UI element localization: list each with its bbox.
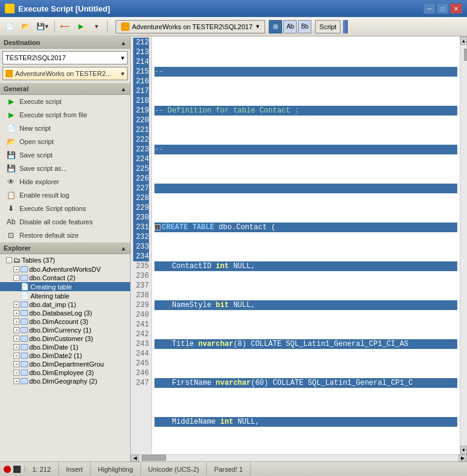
save-icon: 💾 bbox=[6, 150, 16, 160]
save-script-as-item[interactable]: 💾 Save script as... bbox=[0, 162, 130, 175]
dimemployee-expand[interactable]: + bbox=[13, 370, 19, 376]
tree-item-dimgeography[interactable]: + dbo.DimGeography (2) bbox=[0, 377, 130, 385]
dimcustomer-expand[interactable]: + bbox=[13, 336, 19, 342]
tree-item-databaselog[interactable]: + dbo.DatabaseLog (3) bbox=[0, 309, 130, 317]
general-toggle[interactable]: ▲ bbox=[120, 86, 126, 92]
scroll-thumb[interactable] bbox=[464, 49, 468, 61]
explorer-tree: - 🗂 Tables (37) + dbo.AdventureWorksDV -… bbox=[0, 254, 130, 387]
dimgeography-expand[interactable]: + bbox=[13, 378, 19, 384]
doc-icon-creating: 📄 bbox=[21, 283, 29, 291]
scroll-up-arrow[interactable]: ▲ bbox=[460, 36, 467, 45]
destination-header[interactable]: Destination ▲ bbox=[0, 36, 130, 49]
dat-imp-expand[interactable]: + bbox=[13, 302, 19, 308]
execute-options-item[interactable]: ⬇ Execute Script options bbox=[0, 202, 130, 215]
expand-216[interactable]: - bbox=[154, 224, 161, 230]
options-arrow[interactable]: ▾ bbox=[89, 19, 104, 34]
execute-script-item[interactable]: ▶ Execute script bbox=[0, 95, 130, 108]
script-label: Script bbox=[315, 20, 341, 33]
enable-result-log-item[interactable]: 📋 Enable result log bbox=[0, 188, 130, 202]
database-dropdown[interactable]: AdventureWorks on TESTER2... ▾ bbox=[2, 67, 128, 80]
tree-item-dimcurrency[interactable]: + dbo.DimCurrency (1) bbox=[0, 326, 130, 334]
code-content[interactable]: -- -- Definition for table Contact : -- … bbox=[152, 36, 460, 454]
tree-item-altering-table[interactable]: 📄 Altering table bbox=[0, 291, 130, 300]
window-controls[interactable]: ─ □ ✕ bbox=[423, 3, 462, 14]
vertical-scrollbar[interactable]: ▲ ▼ bbox=[460, 36, 467, 454]
stop-button[interactable] bbox=[13, 466, 21, 473]
cursor-position-value: 1: 212 bbox=[32, 466, 51, 473]
general-label: General bbox=[4, 85, 29, 92]
save-script-item[interactable]: 💾 Save script bbox=[0, 148, 130, 162]
destination-toggle[interactable]: ▲ bbox=[120, 40, 126, 46]
scroll-down-arrow[interactable]: ▼ bbox=[460, 446, 467, 454]
execute-script-file-item[interactable]: ▶ Execute script from file bbox=[0, 108, 130, 122]
parsed-value: Parsed! 1 bbox=[214, 466, 243, 473]
general-header[interactable]: General ▲ bbox=[0, 83, 130, 95]
minimize-button[interactable]: ─ bbox=[423, 3, 435, 14]
record-button[interactable] bbox=[4, 466, 11, 473]
dimaccount-expand[interactable]: + bbox=[13, 319, 19, 325]
server-value: TESTER2\SQL2017 bbox=[5, 54, 66, 61]
tree-item-dat-imp[interactable]: + dbo.dat_imp (1) bbox=[0, 300, 130, 309]
adventureworks-expand[interactable]: + bbox=[13, 266, 19, 272]
save-split-button[interactable]: 💾▾ bbox=[34, 19, 51, 34]
dimcurrency-expand[interactable]: + bbox=[13, 327, 19, 333]
dimdate2-expand[interactable]: + bbox=[13, 353, 19, 359]
dimdeptgroup-expand[interactable]: + bbox=[13, 361, 19, 367]
editor-area[interactable]: 212 213 214 215 216 217 218 219 220 221 … bbox=[131, 36, 467, 461]
hide-explorer-item[interactable]: 👁 Hide explorer bbox=[0, 175, 130, 188]
parsed-status: Parsed! 1 bbox=[207, 462, 251, 476]
encoding: Unicode (UCS-2) bbox=[141, 462, 207, 476]
code-line-218: NameStyle bit NULL, bbox=[154, 300, 457, 310]
tree-item-dimemployee[interactable]: + dbo.DimEmployee (3) bbox=[0, 368, 130, 377]
toggle-btn-1[interactable]: ⊞ bbox=[269, 20, 282, 33]
tree-item-contact[interactable]: - dbo.Contact (2) bbox=[0, 274, 130, 282]
separator-2 bbox=[107, 21, 108, 33]
script-tab[interactable]: AdventureWorks on TESTER2\SQL2017 ▾ bbox=[116, 20, 265, 33]
tree-item-dimdeptgroup[interactable]: + dbo.DimDepartmentGrou bbox=[0, 360, 130, 368]
restore-icon: ⊡ bbox=[6, 230, 16, 240]
new-button[interactable]: 📄 bbox=[2, 19, 17, 34]
tables-expand-icon[interactable]: - bbox=[6, 257, 12, 263]
h-scroll-thumb[interactable] bbox=[142, 455, 166, 461]
toggle-btn-2[interactable]: Ab bbox=[283, 20, 297, 33]
explorer-header[interactable]: Explorer ▲ bbox=[0, 242, 130, 254]
options-icon: ⬇ bbox=[6, 204, 16, 213]
run-button[interactable]: ▶ bbox=[74, 19, 88, 34]
disable-code-features-item[interactable]: Ab Disable all code features bbox=[0, 215, 130, 229]
tree-item-dimaccount[interactable]: + dbo.DimAccount (3) bbox=[0, 317, 130, 326]
tree-item-adventureworks[interactable]: + dbo.AdventureWorksDV bbox=[0, 265, 130, 274]
new-script-item[interactable]: 📄 New script bbox=[0, 122, 130, 135]
tree-item-dimcustomer[interactable]: + dbo.DimCustomer (3) bbox=[0, 334, 130, 343]
restore-default-size-item[interactable]: ⊡ Restore default size bbox=[0, 229, 130, 242]
open-button[interactable]: 📂 bbox=[18, 19, 33, 34]
code-editor[interactable]: 212 213 214 215 216 217 218 219 220 221 … bbox=[131, 36, 467, 454]
highlighting-mode: Highlighting bbox=[91, 462, 140, 476]
tree-item-creating-table[interactable]: 📄 Creating table bbox=[0, 282, 130, 291]
creating-table-label: Creating table bbox=[30, 283, 72, 291]
contact-expand[interactable]: - bbox=[13, 275, 19, 281]
script-tab-arrow: ▾ bbox=[256, 22, 260, 30]
left-panel: Destination ▲ TESTER2\SQL2017 ▾ Adventur… bbox=[0, 36, 131, 461]
code-line-219: Title nvarchar(8) COLLATE SQL_Latin1_Gen… bbox=[154, 339, 457, 349]
scroll-right-arrow[interactable]: ▶ bbox=[458, 455, 467, 461]
toggle-btn-3[interactable]: Bb bbox=[298, 20, 311, 33]
server-dropdown[interactable]: TESTER2\SQL2017 ▾ bbox=[2, 51, 128, 64]
tables-root[interactable]: - 🗂 Tables (37) bbox=[0, 255, 130, 265]
table-icon-dimaccount bbox=[21, 319, 28, 325]
open-script-item[interactable]: 📂 Open script bbox=[0, 135, 130, 148]
scroll-left-arrow[interactable]: ◀ bbox=[131, 455, 139, 461]
execute-script-file-label: Execute script from file bbox=[19, 111, 87, 119]
back-button[interactable]: ⟵ bbox=[58, 19, 72, 34]
dimemployee-label: dbo.DimEmployee (3) bbox=[29, 369, 94, 376]
maximize-button[interactable]: □ bbox=[437, 3, 449, 14]
explorer-toggle[interactable]: ▲ bbox=[120, 245, 126, 252]
dimdate-expand[interactable]: + bbox=[13, 344, 19, 350]
tree-item-dimdate[interactable]: + dbo.DimDate (1) bbox=[0, 343, 130, 351]
horizontal-scrollbar[interactable]: ◀ ▶ bbox=[131, 454, 467, 461]
app-icon: ⚡ bbox=[5, 4, 15, 13]
tree-item-dimdate2[interactable]: + dbo.DimDate2 (1) bbox=[0, 351, 130, 360]
databaselog-expand[interactable]: + bbox=[13, 310, 19, 316]
new-script-label: New script bbox=[19, 125, 50, 132]
close-button[interactable]: ✕ bbox=[450, 3, 462, 14]
enable-result-log-label: Enable result log bbox=[19, 191, 69, 199]
